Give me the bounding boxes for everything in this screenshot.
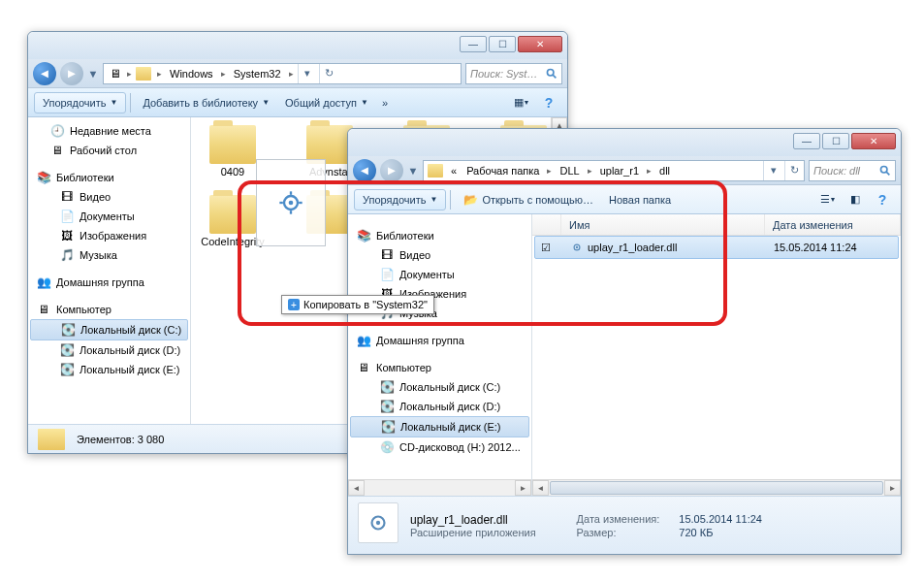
maximize-button[interactable]: ☐ xyxy=(489,36,516,52)
nav-drive-c[interactable]: 💽Локальный диск (C:) xyxy=(30,319,188,340)
nav-pictures[interactable]: 🖼Изображения xyxy=(28,226,190,245)
homegroup-icon: 👥 xyxy=(36,275,51,290)
address-dropdown[interactable]: ▾ xyxy=(298,64,317,83)
new-folder-button[interactable]: Новая папка xyxy=(601,190,679,210)
video-icon: 🎞 xyxy=(59,189,75,205)
back-button[interactable]: ◄ xyxy=(353,159,376,182)
nav-libraries[interactable]: 📚Библиотеки xyxy=(348,226,531,245)
help-button[interactable]: ? xyxy=(536,92,561,113)
close-button[interactable]: ✕ xyxy=(851,133,896,149)
refresh-button[interactable]: ↻ xyxy=(784,161,804,180)
nav-homegroup[interactable]: 👥Домашняя группа xyxy=(348,331,531,350)
folder-icon xyxy=(38,429,65,450)
column-headers: Имя Дата изменения xyxy=(532,214,901,236)
address-dropdown[interactable]: ▾ xyxy=(763,161,782,180)
nav-drive-c[interactable]: 💽Локальный диск (C:) xyxy=(348,377,531,397)
svg-line-9 xyxy=(886,172,889,175)
add-to-library-button[interactable]: Добавить в библиотеку ▼ xyxy=(135,93,277,113)
col-modified[interactable]: Дата изменения xyxy=(765,214,901,235)
svg-point-11 xyxy=(576,246,578,248)
refresh-button[interactable]: ↻ xyxy=(319,64,338,83)
details-filename: uplay_r1_loader.dll xyxy=(410,513,536,527)
crumb-1[interactable]: DLL xyxy=(556,165,583,177)
details-filetype: Расширение приложения xyxy=(410,527,536,538)
col-name[interactable]: Имя xyxy=(561,214,765,235)
help-button[interactable]: ? xyxy=(870,189,895,210)
file-list[interactable]: Имя Дата изменения ☑ uplay_r1_loader.dll… xyxy=(532,214,901,496)
view-options-button[interactable]: ☰ ▼ xyxy=(815,189,841,210)
nav-computer[interactable]: 🖥Компьютер xyxy=(348,358,531,377)
nav-documents[interactable]: 📄Документы xyxy=(28,207,190,226)
nav-videos[interactable]: 🎞Видео xyxy=(28,187,190,207)
view-options-button[interactable]: ▦ ▼ xyxy=(509,92,534,113)
toolbar: Упорядочить ▼ 📂Открыть с помощью… Новая … xyxy=(348,185,901,214)
minimize-button[interactable]: — xyxy=(793,133,820,149)
svg-line-1 xyxy=(553,75,556,78)
titlebar[interactable]: — ☐ ✕ xyxy=(348,129,901,156)
nav-desktop[interactable]: 🖥Рабочий стол xyxy=(28,141,190,160)
nav-recent[interactable]: 🕘Недавние места xyxy=(28,121,190,141)
file-type-icon xyxy=(358,502,398,543)
history-dropdown[interactable]: ▼ xyxy=(407,165,419,177)
items-count: 3 080 xyxy=(138,434,165,445)
nav-drive-h[interactable]: 💿CD-дисковод (H:) 2012... xyxy=(348,437,531,457)
nav-drive-d[interactable]: 💽Локальный диск (D:) xyxy=(28,340,190,360)
maximize-button[interactable]: ☐ xyxy=(822,133,849,149)
minimize-button[interactable]: — xyxy=(460,36,487,52)
breadcrumb-bar[interactable]: 🖥 ▸ ▸ Windows ▸ System32 ▸ ▾ ↻ xyxy=(103,63,462,84)
crumb-0[interactable]: Рабочая папка xyxy=(462,165,543,177)
recent-icon: 🕘 xyxy=(49,123,65,139)
nav-videos[interactable]: 🎞Видео xyxy=(348,245,531,265)
search-input[interactable]: Поиск: Syst… xyxy=(465,63,562,84)
nav-drive-e[interactable]: 💽Локальный диск (E:) xyxy=(28,360,190,379)
open-with-button[interactable]: 📂Открыть с помощью… xyxy=(455,188,601,211)
nav-libraries[interactable]: 📚Библиотеки xyxy=(28,168,190,187)
nav-drive-e[interactable]: 💽Локальный диск (E:) xyxy=(350,416,529,437)
folder-icon xyxy=(306,195,353,234)
checkbox-icon[interactable]: ☑ xyxy=(541,242,551,254)
document-icon: 📄 xyxy=(379,267,395,282)
computer-icon: 🖥 xyxy=(356,360,371,375)
crumb-3[interactable]: dll xyxy=(655,165,674,177)
details-size: 720 КБ xyxy=(679,527,762,538)
computer-icon: 🖥 xyxy=(108,66,123,81)
nav-music[interactable]: 🎵Музыка xyxy=(28,245,190,265)
nav-documents[interactable]: 📄Документы xyxy=(348,265,531,284)
drive-icon: 💽 xyxy=(60,322,76,338)
details-modified-label: Дата изменения: xyxy=(577,513,660,525)
folder-item[interactable]: CodeIntegrity xyxy=(199,195,267,247)
nav-drive-d[interactable]: 💽Локальный диск (D:) xyxy=(348,397,531,416)
file-row[interactable]: ☑ uplay_r1_loader.dll 15.05.2014 11:24 xyxy=(534,236,899,259)
history-dropdown[interactable]: ▼ xyxy=(87,68,99,80)
search-icon xyxy=(545,67,558,80)
scrollbar-horizontal[interactable]: ◄► xyxy=(532,479,901,496)
organize-button[interactable]: Упорядочить ▼ xyxy=(354,189,446,210)
search-input[interactable]: Поиск: dll xyxy=(809,160,896,181)
crumb-windows[interactable]: Windows xyxy=(166,68,217,80)
crumb-2[interactable]: uplar_r1 xyxy=(596,165,643,177)
open-icon: 📂 xyxy=(462,192,478,208)
drive-icon: 💽 xyxy=(379,379,395,395)
forward-button[interactable]: ► xyxy=(60,62,83,85)
nav-homegroup[interactable]: 👥Домашняя группа xyxy=(28,273,190,292)
close-button[interactable]: ✕ xyxy=(518,36,562,52)
drive-icon: 💽 xyxy=(379,399,395,414)
nav-computer[interactable]: 🖥Компьютер xyxy=(28,300,190,319)
col-checkbox[interactable] xyxy=(532,214,561,235)
address-bar: ◄ ► ▼ 🖥 ▸ ▸ Windows ▸ System32 ▸ ▾ ↻ Пои… xyxy=(28,59,567,88)
titlebar[interactable]: — ☐ ✕ xyxy=(28,32,567,59)
breadcrumb-bar[interactable]: « Рабочая папка▸ DLL▸ uplar_r1▸ dll ▾ ↻ xyxy=(423,160,805,181)
back-button[interactable]: ◄ xyxy=(33,62,56,85)
svg-point-8 xyxy=(880,166,887,173)
homegroup-icon: 👥 xyxy=(356,333,371,348)
drive-icon: 💽 xyxy=(59,342,75,358)
crumb-system32[interactable]: System32 xyxy=(230,68,285,80)
folder-item[interactable]: 0409 xyxy=(199,125,267,178)
organize-button[interactable]: Упорядочить ▼ xyxy=(34,92,126,113)
preview-pane-button[interactable]: ◧ xyxy=(843,189,868,210)
sidebar-scrollbar[interactable]: ◄► xyxy=(348,479,531,496)
forward-button[interactable]: ► xyxy=(380,159,403,182)
share-button[interactable]: Общий доступ ▼ xyxy=(277,93,376,113)
picture-icon: 🖼 xyxy=(59,228,75,243)
crumb-overflow[interactable]: « xyxy=(447,165,461,177)
